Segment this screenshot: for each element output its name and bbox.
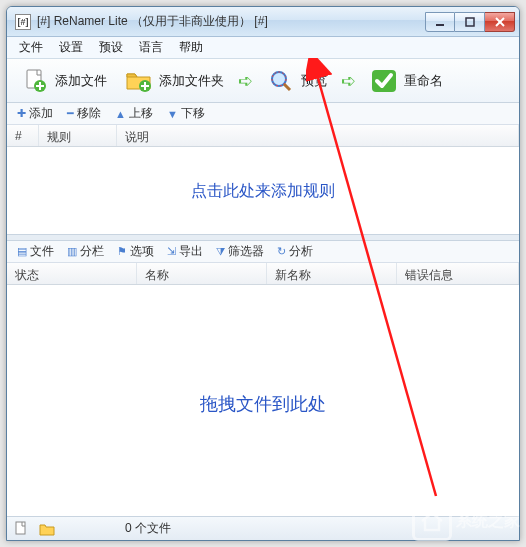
titlebar: [#] [#] ReNamer Lite （仅用于非商业使用） [#] [7,7,519,37]
window-buttons [425,12,515,32]
files-analyze-button[interactable]: ↻分析 [271,241,319,262]
rules-columns-header: # 规则 说明 [7,125,519,147]
menu-language[interactable]: 语言 [131,36,171,59]
status-folder-icon[interactable] [39,521,55,537]
rename-button[interactable]: 重命名 [362,63,451,99]
magnifier-icon [267,67,295,95]
menu-settings[interactable]: 设置 [51,36,91,59]
window-title: [#] ReNamer Lite （仅用于非商业使用） [#] [37,13,425,30]
files-hint-text: 拖拽文件到此处 [200,392,326,416]
filter-icon: ⧩ [216,245,225,258]
app-window: [#] [#] ReNamer Lite （仅用于非商业使用） [#] 文件 设… [6,6,520,541]
analyze-icon: ↻ [277,245,286,258]
files-files-button[interactable]: ▤文件 [11,241,60,262]
folder-add-icon [125,67,153,95]
files-export-button[interactable]: ⇲导出 [161,241,209,262]
maximize-button[interactable] [455,12,485,32]
arrow-down-icon: ▼ [167,108,178,120]
svg-rect-15 [16,522,25,534]
menubar: 文件 设置 预设 语言 帮助 [7,37,519,59]
col-newname[interactable]: 新名称 [267,263,397,284]
col-description[interactable]: 说明 [117,125,519,146]
rules-add-button[interactable]: ✚添加 [11,103,59,124]
arrow-up-icon: ▲ [115,108,126,120]
col-number[interactable]: # [7,125,39,146]
columns-icon: ▥ [67,245,77,258]
files-toolbar: ▤文件 ▥分栏 ⚑选项 ⇲导出 ⧩筛选器 ↻分析 [7,241,519,263]
main-toolbar: 添加文件 添加文件夹 ➪ 预览 ➪ 重命名 [7,59,519,103]
rules-remove-button[interactable]: ━移除 [61,103,107,124]
plus-icon: ✚ [17,107,26,120]
checkmark-icon [370,67,398,95]
svg-rect-1 [466,18,474,26]
arrow-separator-icon: ➪ [337,70,360,92]
close-button[interactable] [485,12,515,32]
col-status[interactable]: 状态 [7,263,137,284]
files-filter-button[interactable]: ⧩筛选器 [210,241,270,262]
preview-button[interactable]: 预览 [259,63,335,99]
rules-up-button[interactable]: ▲上移 [109,103,159,124]
col-name[interactable]: 名称 [137,263,267,284]
add-folder-button[interactable]: 添加文件夹 [117,63,232,99]
statusbar: 0 个文件 [7,516,519,540]
export-icon: ⇲ [167,245,176,258]
preview-label: 预览 [301,72,327,90]
add-folder-label: 添加文件夹 [159,72,224,90]
col-error[interactable]: 错误信息 [397,263,519,284]
rename-label: 重命名 [404,72,443,90]
menu-presets[interactable]: 预设 [91,36,131,59]
minimize-button[interactable] [425,12,455,32]
rules-hint-text: 点击此处来添加规则 [191,180,335,201]
add-file-button[interactable]: 添加文件 [13,63,115,99]
file-add-icon [21,67,49,95]
rules-toolbar: ✚添加 ━移除 ▲上移 ▼下移 [7,103,519,125]
col-rule[interactable]: 规则 [39,125,117,146]
status-count: 0 个文件 [125,520,171,537]
files-options-button[interactable]: ⚑选项 [111,241,160,262]
list-icon: ▤ [17,245,27,258]
minus-icon: ━ [67,107,74,120]
add-file-label: 添加文件 [55,72,107,90]
menu-help[interactable]: 帮助 [171,36,211,59]
app-icon: [#] [15,14,31,30]
rules-down-button[interactable]: ▼下移 [161,103,211,124]
status-file-icon[interactable] [13,521,29,537]
arrow-separator-icon: ➪ [234,70,257,92]
svg-line-12 [284,84,290,90]
options-icon: ⚑ [117,245,127,258]
rules-list-area[interactable]: 点击此处来添加规则 [7,147,519,235]
files-columns-header: 状态 名称 新名称 错误信息 [7,263,519,285]
files-columns-button[interactable]: ▥分栏 [61,241,110,262]
files-list-area[interactable]: 拖拽文件到此处 [7,285,519,523]
menu-file[interactable]: 文件 [11,36,51,59]
